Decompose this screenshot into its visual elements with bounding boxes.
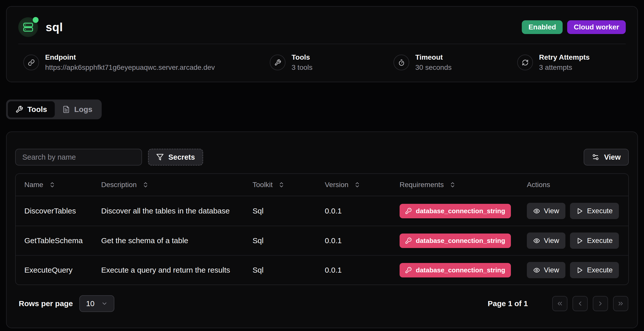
worker-identity-row: sql Enabled Cloud worker (18, 17, 626, 44)
table-footer: Rows per page 10 Page 1 of 1 (15, 295, 629, 312)
chevrons-left-icon (556, 300, 563, 307)
requirement-label: database_connection_string (416, 266, 505, 274)
tool-name: GetTableSchema (16, 236, 93, 245)
sliders-icon (592, 153, 599, 161)
rows-per-page-value: 10 (86, 299, 94, 308)
info-label: Retry Attempts (539, 53, 590, 61)
column-header-requirements[interactable]: Requirements (391, 181, 518, 189)
worker-info-row: Endpoint https://apk6spphfkt71g6eyepuaqw… (18, 53, 626, 72)
play-icon (576, 267, 583, 274)
refresh-icon (517, 55, 533, 70)
requirement-label: database_connection_string (416, 237, 505, 245)
info-endpoint: Endpoint https://apk6spphfkt71g6eyepuaqw… (23, 53, 270, 72)
column-header-name[interactable]: Name (16, 181, 93, 189)
column-header-version[interactable]: Version (316, 181, 391, 189)
link-icon (23, 55, 39, 70)
worker-summary-card: sql Enabled Cloud worker Endpoint https:… (6, 6, 638, 82)
key-icon (405, 267, 412, 273)
tool-version: 0.0.1 (316, 266, 391, 274)
chevron-down-icon (101, 300, 108, 307)
filter-icon (156, 153, 164, 161)
sort-icon (354, 181, 361, 188)
timeout-value: 30 seconds (415, 63, 452, 72)
play-icon (576, 208, 583, 214)
info-label: Tools (292, 53, 313, 61)
tools-table: Name Description Toolkit Version Require… (15, 173, 629, 285)
cloud-worker-badge: Cloud worker (567, 20, 626, 34)
wrench-icon (15, 106, 23, 113)
worker-avatar (18, 17, 38, 37)
tool-description: Execute a query and return the results (93, 266, 244, 274)
requirement-badge: database_connection_string (400, 263, 511, 277)
view-options-label: View (604, 153, 621, 161)
key-icon (405, 208, 412, 214)
chevron-right-icon (597, 300, 604, 307)
tool-toolkit: Sql (244, 236, 316, 245)
eye-icon (533, 208, 540, 214)
tool-version: 0.0.1 (316, 236, 391, 245)
tool-toolkit: Sql (244, 207, 316, 215)
tools-count: 3 tools (292, 63, 313, 72)
column-header-toolkit[interactable]: Toolkit (244, 181, 316, 189)
last-page-button[interactable] (613, 296, 628, 311)
view-tool-button[interactable]: View (527, 233, 565, 249)
eye-icon (533, 237, 540, 244)
requirement-label: database_connection_string (416, 207, 505, 215)
tab-logs[interactable]: Logs (55, 101, 100, 118)
wrench-icon (270, 55, 285, 70)
file-text-icon (62, 106, 70, 113)
tool-version: 0.0.1 (316, 207, 391, 215)
info-tools: Tools 3 tools (270, 53, 393, 72)
pagination (552, 296, 628, 311)
info-label: Timeout (415, 53, 452, 61)
page-info: Page 1 of 1 (488, 299, 528, 308)
execute-tool-button[interactable]: Execute (570, 233, 619, 249)
sort-icon (278, 181, 285, 188)
rows-per-page-select[interactable]: 10 (79, 295, 114, 312)
info-retry-attempts: Retry Attempts 3 attempts (517, 53, 626, 72)
tab-bar: Tools Logs (6, 100, 102, 119)
first-page-button[interactable] (552, 296, 567, 311)
secrets-label: Secrets (168, 153, 195, 161)
page: sql Enabled Cloud worker Endpoint https:… (0, 0, 644, 331)
tab-label: Tools (27, 105, 47, 114)
chevron-left-icon (577, 300, 584, 307)
requirement-badge: database_connection_string (400, 204, 511, 218)
tool-name: DiscoverTables (16, 207, 93, 215)
tools-toolbar: Secrets View (15, 149, 629, 165)
badge-group: Enabled Cloud worker (522, 20, 626, 34)
next-page-button[interactable] (593, 296, 608, 311)
tool-description: Discover all the tables in the database (93, 207, 244, 215)
view-tool-button[interactable]: View (527, 262, 565, 278)
online-status-dot (33, 17, 39, 23)
table-header-row: Name Description Toolkit Version Require… (16, 174, 628, 196)
table-row: ExecuteQuery Execute a query and return … (16, 255, 628, 285)
table-row: GetTableSchema Get the schema of a table… (16, 226, 628, 255)
tab-label: Logs (74, 105, 93, 114)
column-header-description[interactable]: Description (93, 181, 244, 189)
tool-name: ExecuteQuery (16, 266, 93, 274)
sort-icon (142, 181, 149, 188)
tool-toolkit: Sql (244, 266, 316, 274)
table-row: DiscoverTables Discover all the tables i… (16, 196, 628, 226)
tool-description: Get the schema of a table (93, 236, 244, 245)
timer-icon (393, 55, 409, 70)
execute-tool-button[interactable]: Execute (570, 203, 619, 219)
column-header-actions: Actions (518, 181, 628, 189)
eye-icon (533, 267, 540, 274)
view-options-button[interactable]: View (584, 149, 629, 165)
view-tool-button[interactable]: View (527, 203, 565, 219)
server-icon (23, 22, 33, 32)
execute-tool-button[interactable]: Execute (570, 262, 619, 278)
tab-tools[interactable]: Tools (8, 101, 55, 118)
retry-attempts-value: 3 attempts (539, 63, 590, 72)
sort-icon (49, 181, 56, 188)
secrets-button[interactable]: Secrets (148, 149, 203, 165)
search-input[interactable] (15, 149, 142, 165)
tools-panel: Secrets View Name Description Toolkit (6, 131, 638, 328)
previous-page-button[interactable] (573, 296, 588, 311)
info-label: Endpoint (45, 53, 215, 61)
play-icon (576, 237, 583, 244)
worker-title: sql (46, 20, 63, 34)
chevrons-right-icon (617, 300, 624, 307)
